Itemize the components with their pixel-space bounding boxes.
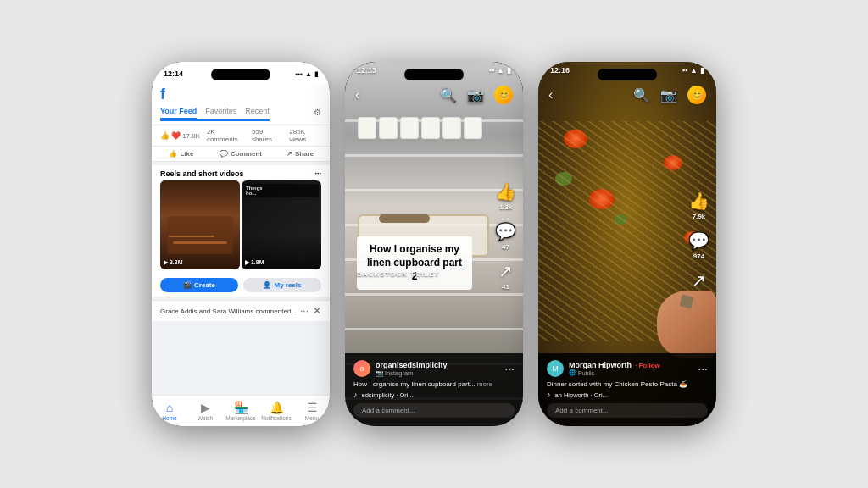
- tiktok-linen-screen: ‹ 🔍 📷 😊 12:13 ▪▪ ▲ ▮: [345, 62, 523, 426]
- like-action-linen[interactable]: 👍 1.3k: [495, 181, 516, 211]
- filter-icon[interactable]: ⚙: [314, 108, 321, 117]
- phone-notch-2: [404, 69, 464, 80]
- phones-container: 12:14 ▪▪▪ ▲ ▮ f Your Feed Favorites Rec: [0, 0, 868, 488]
- user-row-linen: o organisedsimplicity 📷 Instagram ···: [353, 360, 515, 377]
- camera-icon-linen[interactable]: 📷: [467, 87, 484, 103]
- status-icons-food: ▪▪ ▲ ▮: [682, 66, 704, 75]
- reel-item-2[interactable]: Thingsho... ▶ 1.8M: [242, 180, 321, 269]
- marketplace-icon: 🏪: [234, 401, 248, 414]
- description-food: Dinner sorted with my Chicken Pesto Past…: [547, 380, 708, 388]
- wifi-linen: ▲: [497, 66, 504, 75]
- signal-icon: ▪▪▪: [296, 70, 303, 78]
- menu-icon: ☰: [307, 401, 318, 414]
- reels-section: Reels and short videos ··· Kinder Bueno …: [152, 165, 330, 297]
- reactions-count: 17.8K: [182, 132, 200, 140]
- post-actions: 👍 Like 💬 Comment ↗ Share: [152, 147, 330, 162]
- watch-icon: ▶: [201, 401, 210, 414]
- reel-1-views: ▶ 3.3M: [164, 259, 183, 266]
- phone-tiktok-food-screen: 12:16 ▪▪ ▲ ▮ ‹ 🔍 📷 😊: [538, 62, 716, 426]
- like-action-food[interactable]: 👍 7.9k: [688, 191, 709, 220]
- more-btn-linen[interactable]: ···: [504, 362, 515, 375]
- wifi-food: ▲: [690, 66, 698, 75]
- facebook-content: 👍 ❤️ 17.8K 2K comments 559 shares 285K v…: [152, 125, 330, 395]
- views-count: 285K views: [289, 128, 321, 143]
- notification-more-icon[interactable]: ···: [300, 305, 309, 317]
- tab-your-feed[interactable]: Your Feed: [160, 107, 197, 119]
- phone-facebook: 12:14 ▪▪▪ ▲ ▮ f Your Feed Favorites Rec: [152, 62, 330, 426]
- share-icon-linen: ↗: [498, 261, 513, 281]
- music-text-food: an Hipworth · Ori...: [555, 391, 709, 399]
- comment-button[interactable]: 💬 Comment: [211, 147, 270, 161]
- search-icon-linen[interactable]: 🔍: [440, 87, 457, 103]
- reel-item-1[interactable]: Kinder Bueno Weet-Bix Recipe in caption …: [160, 180, 240, 269]
- nav-marketplace[interactable]: 🏪 Marketplace: [223, 399, 259, 423]
- comment-icon: 💬: [220, 150, 228, 158]
- comment-bar-linen[interactable]: Add a comment...: [353, 403, 515, 418]
- like-button[interactable]: 👍 Like: [152, 147, 211, 161]
- search-icon-food[interactable]: 🔍: [633, 87, 650, 103]
- public-badge-food: 🌐 Public: [569, 369, 660, 376]
- home-icon: ⌂: [166, 401, 173, 414]
- create-label: Create: [194, 281, 215, 289]
- roll-6: [464, 117, 482, 139]
- share-action-linen[interactable]: ↗ 41: [498, 261, 513, 291]
- notification-text: Grace Addis and Sara Williams commented.: [160, 308, 293, 315]
- share-label: Share: [295, 150, 314, 158]
- comment-action-food[interactable]: 💬 974: [688, 230, 709, 260]
- phone-notch: [211, 69, 270, 80]
- share-icon-food: ↗: [692, 270, 706, 291]
- tab-favorites[interactable]: Favorites: [205, 107, 236, 119]
- roll-1: [358, 117, 376, 139]
- comment-count-linen: 47: [502, 243, 509, 251]
- nav-menu-label: Menu: [305, 415, 319, 421]
- facebook-nav-tabs: Your Feed Favorites Recent: [160, 107, 270, 121]
- more-btn-food[interactable]: ···: [698, 362, 708, 375]
- wifi-icon: ▲: [305, 70, 312, 78]
- back-icon-food[interactable]: ‹: [548, 87, 553, 103]
- follow-button-food[interactable]: · Follow: [635, 362, 660, 369]
- phone-tiktok-linen: ‹ 🔍 📷 😊 12:13 ▪▪ ▲ ▮: [345, 62, 523, 426]
- comment-action-linen[interactable]: 💬 47: [495, 221, 516, 251]
- user-info-food: Morgan Hipworth · Follow 🌐 Public: [569, 361, 660, 376]
- phone-facebook-screen: 12:14 ▪▪▪ ▲ ▮ f Your Feed Favorites Rec: [152, 62, 330, 426]
- share-action-food[interactable]: ↗: [692, 270, 706, 291]
- profile-pic-linen[interactable]: 😊: [494, 86, 513, 104]
- right-actions-linen: 👍 1.3k 💬 47 ↗ 41: [495, 181, 516, 291]
- user-info-linen: organisedsimplicity 📷 Instagram: [376, 361, 448, 377]
- shares-count: 559 shares: [252, 128, 282, 143]
- more-label-linen[interactable]: more: [477, 380, 492, 388]
- create-button[interactable]: 🎬 Create: [160, 278, 238, 292]
- share-button[interactable]: ↗ Share: [270, 147, 330, 161]
- create-icon: 🎬: [183, 281, 192, 289]
- like-label: Like: [180, 150, 193, 158]
- nav-home-label: Home: [162, 415, 176, 421]
- roll-4: [421, 117, 440, 139]
- reels-create-btns: 🎬 Create 👤 My reels: [152, 274, 330, 297]
- source-icon-linen: 📷: [376, 369, 383, 377]
- profile-pic-food[interactable]: 😊: [687, 86, 706, 104]
- tab-recent[interactable]: Recent: [245, 107, 270, 119]
- comment-bar-food[interactable]: Add a comment...: [547, 403, 708, 418]
- reels-more-icon[interactable]: ···: [314, 169, 321, 178]
- reels-label: Reels and short videos: [160, 169, 244, 178]
- camera-icon-food[interactable]: 📷: [660, 87, 677, 103]
- nav-watch[interactable]: ▶ Watch: [187, 399, 223, 423]
- notification-close-icon[interactable]: ✕: [313, 305, 321, 317]
- username-linen: organisedsimplicity: [376, 361, 448, 369]
- nav-notifications[interactable]: 🔔 Notifications: [259, 399, 294, 423]
- facebook-post-card: 👍 ❤️ 17.8K 2K comments 559 shares 285K v…: [152, 125, 330, 162]
- share-icon: ↗: [287, 150, 292, 158]
- my-reels-button[interactable]: 👤 My reels: [243, 278, 321, 292]
- battery-icon: ▮: [314, 70, 318, 78]
- comment-label: Comment: [231, 150, 262, 158]
- public-icon-food: 🌐: [569, 369, 576, 376]
- facebook-header: f Your Feed Favorites Recent ⚙: [152, 84, 330, 125]
- back-icon-linen[interactable]: ‹: [355, 87, 359, 103]
- tiktok-top-icons-linen: 🔍 📷 😊: [440, 86, 513, 104]
- nav-home[interactable]: ⌂ Home: [152, 399, 187, 423]
- battery-food: ▮: [700, 66, 704, 75]
- time-food: 12:16: [550, 66, 570, 75]
- notifications-icon: 🔔: [270, 401, 284, 414]
- nav-menu[interactable]: ☰ Menu: [294, 399, 330, 423]
- post-stats: 👍 ❤️ 17.8K 2K comments 559 shares 285K v…: [152, 125, 330, 147]
